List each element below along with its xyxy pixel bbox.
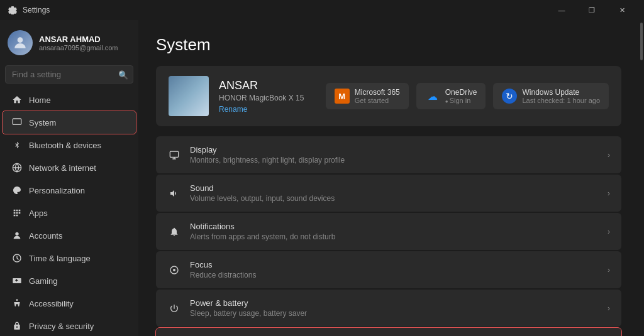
chevron-right-icon: › (608, 227, 610, 236)
svg-rect-6 (170, 151, 178, 157)
nav-label-gaming: Gaming (29, 276, 58, 286)
svg-point-5 (16, 299, 18, 301)
setting-name-power: Power & battery (190, 298, 599, 308)
setting-item-focus[interactable]: Focus Reduce distractions › (156, 251, 621, 288)
setting-item-display[interactable]: Display Monitors, brightness, night ligh… (156, 136, 621, 173)
sidebar-item-apps[interactable]: Apps (3, 202, 136, 224)
chevron-right-icon: › (608, 189, 610, 198)
sidebar-item-bluetooth[interactable]: Bluetooth & devices (3, 134, 136, 156)
nav-label-network: Network & internet (29, 163, 96, 173)
nav-label-apps: Apps (29, 209, 48, 218)
setting-text-notifications: Notifications Alerts from apps and syste… (190, 222, 599, 241)
profile-name: ANSAR (219, 79, 316, 92)
setting-icon-power (167, 301, 181, 315)
avatar (8, 30, 33, 55)
nav-label-bluetooth: Bluetooth & devices (29, 141, 101, 150)
page-title: System (156, 35, 621, 55)
nav-label-home: Home (29, 95, 51, 105)
user-info: ANSAR AHMAD ansaraa7095@gmail.com (39, 35, 118, 51)
setting-text-focus: Focus Reduce distractions (190, 260, 599, 279)
nav-list: Home System Bluetooth & devices Network … (0, 89, 138, 336)
setting-item-storage[interactable]: Storage Storage space, drives, configura… (156, 328, 621, 336)
quick-link-name-microsoft365: Microsoft 365 (355, 88, 400, 97)
profile-details: ANSAR HONOR MagicBook X 15 Rename (219, 79, 316, 114)
titlebar-title: Settings (23, 6, 50, 14)
svg-point-8 (173, 269, 175, 271)
setting-text-power: Power & battery Sleep, battery usage, ba… (190, 298, 599, 318)
content-area: System ANSAR HONOR MagicBook X 15 Rename… (138, 20, 639, 336)
setting-icon-notifications (167, 225, 181, 239)
quick-link-name-onedrive: OneDrive (445, 88, 477, 97)
setting-icon-focus (167, 263, 181, 277)
rename-link[interactable]: Rename (219, 105, 316, 114)
setting-name-focus: Focus (190, 260, 599, 269)
nav-label-personalization: Personalization (29, 186, 85, 195)
nav-icon-network (11, 162, 23, 173)
quick-link-sub-onedrive: ●Sign in (445, 97, 477, 104)
settings-list: Display Monitors, brightness, night ligh… (156, 136, 621, 336)
search-input[interactable] (5, 65, 133, 84)
nav-icon-personalization (11, 185, 23, 196)
profile-card: ANSAR HONOR MagicBook X 15 Rename M Micr… (156, 66, 621, 126)
svg-point-3 (15, 232, 18, 236)
sidebar-item-time[interactable]: Time & language (3, 247, 136, 269)
scrollbar-thumb[interactable] (640, 23, 643, 60)
quick-link-text-windowsupdate: Windows Update Last checked: 1 hour ago (522, 88, 600, 104)
profile-device: HONOR MagicBook X 15 (219, 94, 316, 102)
quick-link-microsoft365[interactable]: M Microsoft 365 Get started (326, 83, 409, 109)
setting-item-power[interactable]: Power & battery Sleep, battery usage, ba… (156, 290, 621, 327)
close-button[interactable]: ✕ (608, 0, 636, 20)
nav-icon-system (11, 117, 23, 128)
nav-icon-bluetooth (11, 139, 23, 151)
nav-label-system: System (29, 118, 56, 127)
quick-link-text-microsoft365: Microsoft 365 Get started (355, 88, 400, 104)
sidebar-item-accessibility[interactable]: Accessibility (3, 292, 136, 315)
setting-name-sound: Sound (190, 183, 599, 193)
setting-text-display: Display Monitors, brightness, night ligh… (190, 145, 599, 165)
sidebar-item-personalization[interactable]: Personalization (3, 179, 136, 202)
nav-label-accessibility: Accessibility (29, 299, 74, 308)
minimize-button[interactable]: — (547, 0, 576, 20)
sidebar-item-network[interactable]: Network & internet (3, 156, 136, 179)
scrollbar-track (639, 20, 644, 336)
setting-desc-notifications: Alerts from apps and system, do not dist… (190, 232, 599, 241)
chevron-right-icon: › (608, 304, 610, 313)
search-icon: 🔍 (118, 70, 128, 79)
setting-icon-sound (167, 187, 181, 200)
nav-label-accounts: Accounts (29, 231, 62, 241)
user-name: ANSAR AHMAD (39, 35, 118, 44)
nav-icon-home (11, 94, 23, 106)
restore-button[interactable]: ❐ (577, 0, 606, 20)
window-controls: — ❐ ✕ (547, 0, 636, 20)
settings-icon (8, 5, 18, 15)
nav-label-privacy: Privacy & security (29, 322, 94, 331)
quick-links: M Microsoft 365 Get started ☁ OneDrive ●… (326, 83, 609, 109)
sidebar-item-gaming[interactable]: Gaming (3, 269, 136, 292)
setting-item-notifications[interactable]: Notifications Alerts from apps and syste… (156, 213, 621, 250)
sidebar-item-privacy[interactable]: Privacy & security (3, 315, 136, 336)
setting-text-sound: Sound Volume levels, output, input, soun… (190, 183, 599, 203)
quick-link-sub-windowsupdate: Last checked: 1 hour ago (522, 97, 600, 104)
sidebar: ANSAR AHMAD ansaraa7095@gmail.com 🔍 Home… (0, 20, 138, 336)
nav-icon-apps (11, 207, 23, 219)
setting-icon-display (167, 148, 181, 162)
nav-icon-privacy (11, 320, 23, 332)
quick-link-windowsupdate[interactable]: ↻ Windows Update Last checked: 1 hour ag… (493, 83, 609, 109)
setting-desc-power: Sleep, battery usage, battery saver (190, 309, 599, 318)
sidebar-item-accounts[interactable]: Accounts (3, 224, 136, 247)
nav-icon-accessibility (11, 298, 23, 309)
chevron-right-icon: › (608, 266, 610, 274)
nav-icon-gaming (11, 275, 23, 286)
setting-desc-sound: Volume levels, output, input, sound devi… (190, 194, 599, 203)
chevron-right-icon: › (608, 151, 610, 160)
main-layout: ANSAR AHMAD ansaraa7095@gmail.com 🔍 Home… (0, 20, 644, 336)
setting-item-sound[interactable]: Sound Volume levels, output, input, soun… (156, 175, 621, 212)
setting-name-display: Display (190, 145, 599, 154)
titlebar: Settings — ❐ ✕ (0, 0, 644, 20)
sidebar-item-home[interactable]: Home (3, 89, 136, 111)
sidebar-item-system[interactable]: System (3, 111, 136, 134)
quick-link-onedrive[interactable]: ☁ OneDrive ●Sign in (416, 83, 486, 109)
nav-icon-accounts (11, 230, 23, 241)
quick-link-text-onedrive: OneDrive ●Sign in (445, 88, 477, 104)
user-section: ANSAR AHMAD ansaraa7095@gmail.com (0, 20, 138, 63)
